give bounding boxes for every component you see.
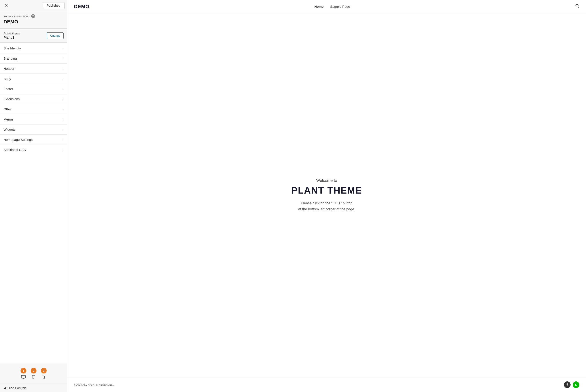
chevron-right-icon: › xyxy=(63,108,64,111)
bottom-area: 1 2 3 xyxy=(0,363,67,384)
chevron-right-icon: › xyxy=(63,138,64,142)
device-number-1: 1 xyxy=(21,368,26,374)
menu-item-branding[interactable]: Branding› xyxy=(0,54,67,64)
menu-item-menus[interactable]: Menus› xyxy=(0,114,67,124)
preview-nav: DEMO HomeSample Page xyxy=(67,0,586,13)
close-button[interactable]: ✕ xyxy=(3,2,10,8)
device-btn-wrap-mobile: 3 xyxy=(41,368,47,381)
customizing-label: You are customizing ? xyxy=(4,14,64,18)
menu-item-header[interactable]: Header› xyxy=(0,64,67,74)
menu-item-body[interactable]: Body› xyxy=(0,74,67,84)
device-btn-wrap-desktop: 1 xyxy=(21,368,26,381)
mobile-device-button[interactable] xyxy=(42,374,46,381)
menu-item-widgets[interactable]: Widgets› xyxy=(0,124,67,135)
chevron-right-icon: › xyxy=(63,57,64,60)
help-icon[interactable]: ? xyxy=(31,14,35,18)
facebook-social-icon[interactable] xyxy=(564,382,570,388)
hide-arrow-icon: ◀ xyxy=(4,386,6,390)
customizing-name: DEMO xyxy=(4,19,64,25)
chevron-right-icon: › xyxy=(63,97,64,101)
chevron-right-icon: › xyxy=(63,67,64,70)
edit-instruction: Please click on the “EDIT” button at the… xyxy=(298,200,355,212)
footer-social: L xyxy=(564,382,579,388)
device-number-2: 2 xyxy=(31,368,37,374)
hide-controls-bar[interactable]: ◀ Hide Controls xyxy=(0,384,67,392)
menu-item-footer[interactable]: Footer› xyxy=(0,84,67,94)
chevron-right-icon: › xyxy=(63,87,64,91)
footer-copyright: ©2024 ALL RIGHTS RESERVED. xyxy=(74,383,114,386)
nav-link-sample-page[interactable]: Sample Page xyxy=(330,5,350,8)
line-social-icon[interactable]: L xyxy=(573,382,579,388)
active-theme-label: Active theme xyxy=(4,32,20,35)
chevron-right-icon: › xyxy=(63,118,64,121)
chevron-right-icon: › xyxy=(63,46,64,50)
chevron-right-icon: › xyxy=(63,77,64,80)
customizing-section: You are customizing ? DEMO xyxy=(0,11,67,29)
tablet-device-button[interactable] xyxy=(31,374,36,381)
hide-controls-label: Hide Controls xyxy=(8,386,27,390)
desktop-device-button[interactable] xyxy=(21,374,26,381)
menu-item-site-identity[interactable]: Site Identity› xyxy=(0,43,67,54)
right-panel: DEMO HomeSample Page Welcome to PLANT TH… xyxy=(67,0,586,392)
welcome-text: Welcome to xyxy=(316,178,337,183)
preview-logo: DEMO xyxy=(74,4,90,10)
preview-nav-links: HomeSample Page xyxy=(314,5,350,8)
left-panel: ✕ Published You are customizing ? DEMO A… xyxy=(0,0,67,392)
device-btn-wrap-tablet: 2 xyxy=(31,368,37,381)
svg-rect-0 xyxy=(22,376,26,378)
menu-item-extensions[interactable]: Extensions› xyxy=(0,94,67,104)
active-theme-section: Active theme Plant 3 Change xyxy=(0,29,67,43)
change-theme-button[interactable]: Change xyxy=(47,32,64,39)
plant-theme-title: PLANT THEME xyxy=(291,185,362,196)
active-theme-text: Active theme Plant 3 xyxy=(4,32,20,39)
chevron-right-icon: › xyxy=(63,128,64,131)
active-theme-name: Plant 3 xyxy=(4,36,20,39)
published-button[interactable]: Published xyxy=(43,2,65,9)
device-buttons: 1 2 3 xyxy=(4,366,64,384)
top-bar: ✕ Published xyxy=(0,0,67,11)
device-number-3: 3 xyxy=(41,368,47,374)
search-icon-button[interactable] xyxy=(575,4,579,9)
nav-link-home[interactable]: Home xyxy=(314,5,324,8)
menu-item-other[interactable]: Other› xyxy=(0,104,67,114)
menu-item-homepage-settings[interactable]: Homepage Settings› xyxy=(0,135,67,145)
preview-content: Welcome to PLANT THEME Please click on t… xyxy=(67,13,586,377)
chevron-right-icon: › xyxy=(63,148,64,152)
preview-footer: ©2024 ALL RIGHTS RESERVED. L xyxy=(67,377,586,392)
menu-list: Site Identity›Branding›Header›Body›Foote… xyxy=(0,43,67,363)
menu-item-additional-css[interactable]: Additional CSS› xyxy=(0,145,67,155)
svg-line-8 xyxy=(578,7,579,8)
